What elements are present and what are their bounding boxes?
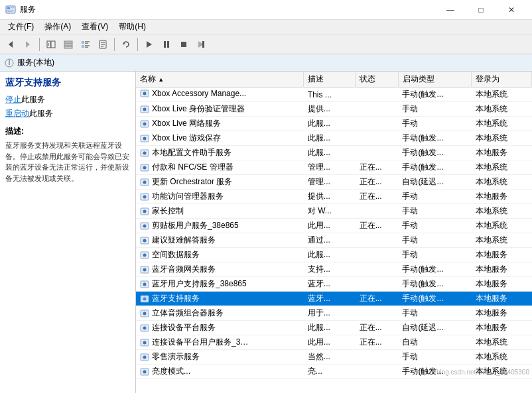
back-button[interactable] xyxy=(3,36,19,52)
cell-login: 本地系统 xyxy=(472,102,532,117)
cell-startup: 手动(触发... xyxy=(398,262,471,277)
cell-status xyxy=(356,146,399,160)
menu-help[interactable]: 帮助(H) xyxy=(113,20,151,34)
service-icon xyxy=(140,105,149,114)
table-row[interactable]: 建议疑难解答服务通过...手动本地系统 xyxy=(136,233,532,248)
svg-rect-1 xyxy=(7,7,10,9)
list-view-button[interactable] xyxy=(60,36,76,52)
cell-desc: 支持... xyxy=(304,262,356,277)
table-row[interactable]: 更新 Orchestrator 服务管理...正在...自动(延迟...本地系统 xyxy=(136,175,532,190)
service-icon xyxy=(140,251,149,260)
services-table[interactable]: 名称 ▲ 描述 状态 启动类型 登录为 Xbox Accessory Manag… xyxy=(136,72,532,393)
table-row[interactable]: 付款和 NFC/SE 管理器管理...正在...手动(触发...本地系统 xyxy=(136,160,532,175)
service-name: 建议疑难解答服务 xyxy=(152,235,216,246)
table-row[interactable]: 空间数据服务此服...手动本地服务 xyxy=(136,248,532,262)
svg-marker-6 xyxy=(9,41,13,48)
maximize-button[interactable]: □ xyxy=(466,0,496,20)
stop-service-link[interactable]: 停止 xyxy=(5,95,21,104)
table-row[interactable]: Xbox Accessory Manage...This ...手动(触发...… xyxy=(136,87,532,102)
table-row[interactable]: Xbox Live 网络服务此服...手动本地系统 xyxy=(136,117,532,131)
table-row[interactable]: 剪贴板用户服务_38e865此用...正在...手动本地系统 xyxy=(136,219,532,233)
col-status[interactable]: 状态 xyxy=(356,72,399,87)
app-icon xyxy=(5,5,16,15)
table-row[interactable]: 功能访问管理器服务提供...正在...手动本地服务 xyxy=(136,190,532,204)
cell-status xyxy=(356,365,399,379)
menu-action[interactable]: 操作(A) xyxy=(39,20,76,34)
table-row[interactable]: 立体音频组合器服务用于...手动本地服务 xyxy=(136,306,532,321)
svg-rect-17 xyxy=(82,45,84,48)
svg-marker-25 xyxy=(147,41,152,48)
service-name: 零售演示服务 xyxy=(152,351,200,363)
properties-button[interactable] xyxy=(95,36,111,52)
service-icon xyxy=(140,207,149,216)
menu-file[interactable]: 文件(F) xyxy=(3,20,39,34)
table-row[interactable]: Xbox Live 身份验证管理器提供...手动本地系统 xyxy=(136,102,532,117)
menu-view[interactable]: 查看(V) xyxy=(76,20,113,34)
col-desc[interactable]: 描述 xyxy=(304,72,356,87)
cell-status xyxy=(356,306,399,321)
table-row[interactable]: 蓝牙用户支持服务_38e865蓝牙...手动(触发...本地服务 xyxy=(136,277,532,292)
cell-status xyxy=(356,248,399,262)
title-bar-left: 服务 xyxy=(5,4,36,15)
refresh-button[interactable] xyxy=(118,36,134,52)
restart-service-button[interactable] xyxy=(193,36,209,52)
cell-login: 本地系统 xyxy=(472,117,532,131)
table-row[interactable]: 零售演示服务当然...手动本地系统 xyxy=(136,350,532,365)
table-row[interactable]: Xbox Live 游戏保存此服...手动(触发...本地系统 xyxy=(136,131,532,146)
address-icon xyxy=(4,58,15,68)
properties-icon xyxy=(98,40,107,49)
svg-marker-7 xyxy=(26,41,30,48)
table-row[interactable]: 蓝牙支持服务蓝牙...正在...手动(触发...本地服务 xyxy=(136,292,532,306)
restart-icon xyxy=(196,40,206,49)
table-row[interactable]: 连接设备平台用户服务_38e...此用...正在...自动本地系统 xyxy=(136,335,532,350)
detail-view-button[interactable] xyxy=(78,36,94,52)
cell-startup: 手动(触发... xyxy=(398,87,471,102)
cell-login: 本地系统 xyxy=(472,350,532,365)
svg-point-59 xyxy=(143,268,147,271)
cell-status xyxy=(356,102,399,117)
cell-desc: 提供... xyxy=(304,190,356,204)
service-icon xyxy=(140,221,149,231)
cell-status: 正在... xyxy=(356,175,399,190)
svg-rect-11 xyxy=(64,41,72,43)
cell-status: 正在... xyxy=(356,321,399,335)
service-name: Xbox Live 网络服务 xyxy=(152,118,221,129)
cell-desc: 蓝牙... xyxy=(304,277,356,292)
table-row[interactable]: 连接设备平台服务此服...正在...自动(延迟...本地服务 xyxy=(136,321,532,335)
service-name: 连接设备平台服务 xyxy=(152,322,216,333)
forward-icon xyxy=(23,40,33,49)
service-name: 空间数据服务 xyxy=(152,249,200,260)
pause-service-button[interactable] xyxy=(159,36,174,52)
svg-rect-13 xyxy=(64,46,72,48)
svg-rect-19 xyxy=(85,46,88,48)
table-row[interactable]: 本地配置文件助手服务此服...手动(触发...本地服务 xyxy=(136,146,532,160)
svg-point-57 xyxy=(143,253,147,256)
service-icon xyxy=(140,280,149,289)
svg-rect-5 xyxy=(7,11,13,12)
svg-point-45 xyxy=(143,166,147,169)
table-row[interactable]: 蓝牙音频网关服务支持...手动(触发...本地服务 xyxy=(136,262,532,277)
stop-service-button[interactable] xyxy=(176,36,192,52)
forward-button[interactable] xyxy=(20,36,36,52)
table-row[interactable]: 家长控制对 W...手动本地系统 xyxy=(136,204,532,219)
svg-rect-12 xyxy=(64,44,72,46)
show-hide-tree-button[interactable] xyxy=(43,36,59,52)
cell-login: 本地系统 xyxy=(472,233,532,248)
cell-startup: 手动 xyxy=(398,233,471,248)
col-startup[interactable]: 启动类型 xyxy=(398,72,471,87)
start-service-button[interactable] xyxy=(141,36,157,52)
col-login[interactable]: 登录为 xyxy=(472,72,532,87)
col-name[interactable]: 名称 ▲ xyxy=(136,72,304,87)
close-button[interactable]: ✕ xyxy=(496,0,527,20)
right-panel: 名称 ▲ 描述 状态 启动类型 登录为 Xbox Accessory Manag… xyxy=(136,72,532,393)
svg-rect-16 xyxy=(85,42,88,44)
left-panel: 蓝牙支持服务 停止此服务 重启动此服务 描述: 蓝牙服务支持发现和关联远程蓝牙设… xyxy=(0,72,136,393)
svg-point-61 xyxy=(143,282,147,286)
cell-status: 正在... xyxy=(356,160,399,175)
minimize-button[interactable]: — xyxy=(435,0,466,20)
svg-point-67 xyxy=(143,326,147,329)
svg-point-55 xyxy=(143,239,147,242)
restart-service-link[interactable]: 重启动 xyxy=(5,109,29,118)
svg-point-47 xyxy=(143,180,147,184)
play-icon xyxy=(145,40,154,49)
